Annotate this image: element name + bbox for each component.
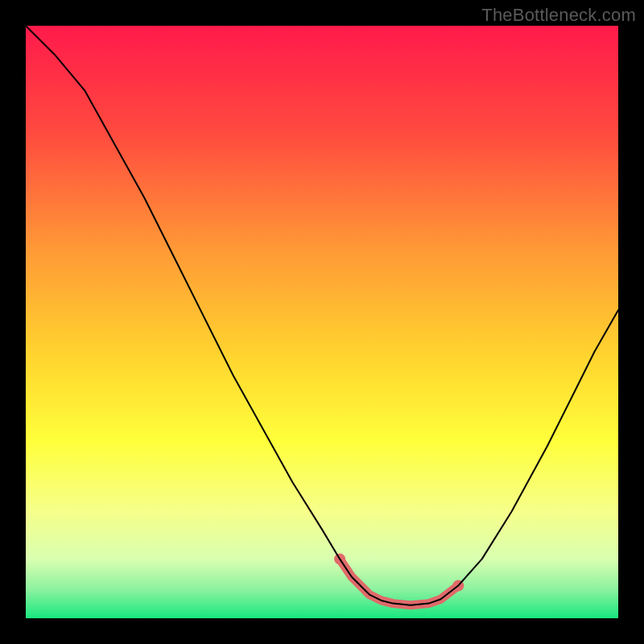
- chart-canvas: TheBottleneck.com: [0, 0, 644, 644]
- watermark-text: TheBottleneck.com: [481, 5, 636, 26]
- plot-svg: [26, 26, 618, 618]
- plot-area: [26, 26, 618, 618]
